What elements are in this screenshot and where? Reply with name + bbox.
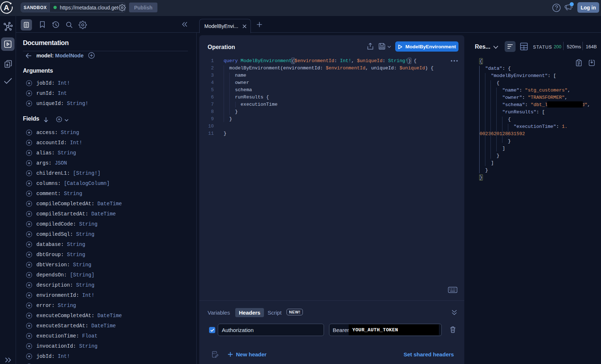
svg-text:A: A [4,3,9,12]
